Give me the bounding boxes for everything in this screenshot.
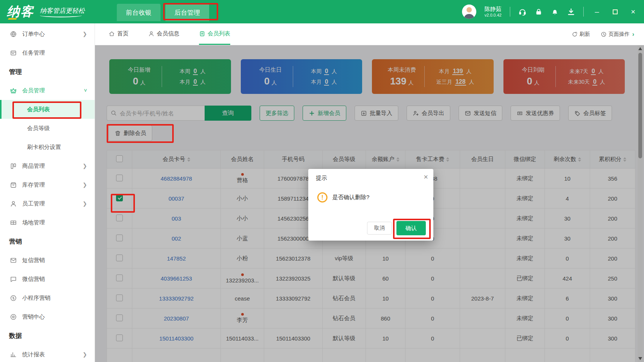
sidebar-item-label: 场地管理 <box>22 219 45 226</box>
sidebar-item-label: 订单中心 <box>22 31 45 38</box>
close-button[interactable]: × <box>628 8 638 15</box>
sidebar-item-0[interactable]: 订单中心❯ <box>0 25 95 43</box>
topbar-right: 陈静茹 v2.0.0.42 – × <box>462 5 638 19</box>
topbar-tabs: 前台收银后台管理 <box>117 4 209 23</box>
sidebar-item-label: 微信营销 <box>22 276 45 283</box>
person-icon <box>10 200 17 207</box>
list-icon <box>199 31 205 37</box>
topbar-tab-0[interactable]: 前台收银 <box>117 4 161 21</box>
sidebar-section-11: 营销 <box>0 232 95 251</box>
sidebar-item-17[interactable]: 统计报表❯ <box>0 345 95 362</box>
sidebar-item-label: 小程序营销 <box>22 295 50 302</box>
crumb-label: 会员列表 <box>208 30 230 37</box>
cancel-button[interactable]: 取消 <box>367 222 392 235</box>
globe-icon <box>10 31 17 38</box>
app-logo: 纳客 <box>7 3 34 20</box>
avatar[interactable] <box>462 5 476 19</box>
crumb-tab-2[interactable]: 会员列表 <box>199 23 230 45</box>
minimize-button[interactable]: – <box>592 8 602 15</box>
download-icon[interactable] <box>567 8 575 16</box>
sidebar-item-3[interactable]: 会员管理˅ <box>0 81 95 100</box>
warning-icon: ! <box>317 192 327 202</box>
sidebar-item-label: 商品管理 <box>22 163 45 170</box>
breadcrumb-tabs: 首页会员信息会员列表 <box>109 23 250 45</box>
maximize-button[interactable] <box>610 8 620 15</box>
lock-icon[interactable] <box>535 8 543 16</box>
headset-icon[interactable] <box>519 8 526 16</box>
confirm-dialog: 提示 × ! 是否确认删除? 取消 确认 <box>308 169 433 241</box>
mini-icon <box>10 295 17 302</box>
sidebar-item-10[interactable]: 场地管理 <box>0 213 95 232</box>
dialog-message: 是否确认删除? <box>332 194 369 201</box>
mail-icon <box>10 257 17 264</box>
sidebar-item-7[interactable]: 商品管理❯ <box>0 156 95 175</box>
chevron-right-icon: ❯ <box>83 31 87 37</box>
sidebar-item-13[interactable]: 微信营销 <box>0 270 95 288</box>
sidebar-item-9[interactable]: 员工管理❯ <box>0 194 95 213</box>
confirm-button[interactable]: 确认 <box>396 221 426 235</box>
sidebar-item-1[interactable]: 任务管理 <box>0 43 95 62</box>
sidebar-section-16: 数据 <box>0 326 95 345</box>
crumb-tab-0[interactable]: 首页 <box>109 23 128 45</box>
sidebar-item-label: 短信营销 <box>22 257 45 264</box>
sidebar-item-15[interactable]: 营销中心 <box>0 307 95 326</box>
breadcrumb-bar: 首页会员信息会员列表 刷新页面操作› <box>95 23 644 45</box>
crumb-label: 会员信息 <box>157 30 179 37</box>
sidebar-item-label: 会员管理 <box>22 87 45 94</box>
user-info[interactable]: 陈静茹 v2.0.0.42 <box>485 6 502 18</box>
sidebar-subitem-5[interactable]: 会员等级 <box>0 119 95 138</box>
sidebar-item-label: 库存管理 <box>22 181 45 189</box>
sidebar-item-14[interactable]: 小程序营销 <box>0 288 95 307</box>
dialog-title: 提示 <box>308 169 433 185</box>
crumb-label: 首页 <box>117 30 128 37</box>
chevron-right-icon: ❯ <box>83 351 87 357</box>
sidebar-item-12[interactable]: 短信营销 <box>0 251 95 270</box>
topbar-tab-1[interactable]: 后台管理 <box>165 4 209 21</box>
grid-icon <box>10 163 17 170</box>
top-bar: 纳客 纳客管店更轻松 前台收银后台管理 陈静茹 v2.0.0.42 – × <box>0 0 644 23</box>
sidebar-item-label: 统计报表 <box>22 351 45 358</box>
chevron-right-icon: ❯ <box>83 182 87 188</box>
sidebar-item-label: 任务管理 <box>22 49 45 57</box>
refresh-icon <box>572 31 578 37</box>
sidebar: 订单中心❯任务管理管理会员管理˅会员列表会员等级刷卡积分设置商品管理❯库存管理❯… <box>0 23 95 362</box>
divider <box>583 7 584 17</box>
chevron-right-icon: › <box>632 31 634 38</box>
dialog-close-icon[interactable]: × <box>424 173 428 181</box>
target-icon <box>10 313 17 321</box>
page-action-label: 页面操作 <box>609 31 630 38</box>
page-action-0[interactable]: 刷新 <box>572 31 590 38</box>
sidebar-subitem-6[interactable]: 刷卡积分设置 <box>0 138 95 156</box>
box-icon <box>10 181 17 189</box>
sidebar-item-label: 营销中心 <box>22 313 45 321</box>
sidebar-subitem-4[interactable]: 会员列表 <box>0 100 95 119</box>
divider <box>510 7 510 17</box>
user-icon <box>148 31 154 37</box>
clock-icon <box>601 31 607 37</box>
app-slogan: 纳客管店更轻松 <box>40 6 85 17</box>
crown-icon <box>10 87 17 94</box>
chart-icon <box>10 351 17 358</box>
page-action-label: 刷新 <box>580 31 590 38</box>
bell-icon[interactable] <box>551 8 559 16</box>
sidebar-section-2: 管理 <box>0 62 95 81</box>
app-version: v2.0.0.42 <box>485 13 502 18</box>
home-icon <box>109 31 115 37</box>
user-name: 陈静茹 <box>485 6 502 13</box>
sidebar-item-label: 员工管理 <box>22 200 45 207</box>
crumb-tab-1[interactable]: 会员信息 <box>148 23 179 45</box>
court-icon <box>10 219 17 226</box>
chevron-down-icon: ˅ <box>84 87 87 94</box>
tasks-icon <box>10 49 17 57</box>
chevron-right-icon: ❯ <box>83 201 87 207</box>
chevron-right-icon: ❯ <box>83 163 87 169</box>
page-actions: 刷新页面操作› <box>572 23 634 45</box>
sidebar-item-8[interactable]: 库存管理❯ <box>0 175 95 194</box>
page-action-1[interactable]: 页面操作› <box>601 31 634 38</box>
chat-icon <box>10 276 17 283</box>
